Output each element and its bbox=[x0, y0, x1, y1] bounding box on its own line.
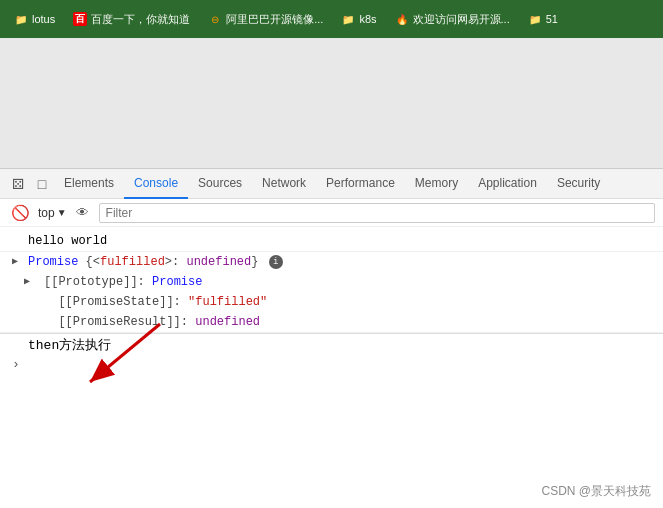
expand-icon[interactable]: ▶ bbox=[8, 253, 22, 271]
tab-application[interactable]: Application bbox=[468, 169, 547, 199]
netease-icon: 🔥 bbox=[395, 12, 409, 26]
device-mode-button[interactable]: □ bbox=[30, 172, 54, 196]
tab-network[interactable]: Network bbox=[252, 169, 316, 199]
tab-memory[interactable]: Memory bbox=[405, 169, 468, 199]
red-arrow bbox=[60, 314, 180, 404]
tab-k8s-label: k8s bbox=[359, 13, 376, 25]
context-selector[interactable]: top ▼ bbox=[38, 206, 67, 220]
browser-content-area bbox=[0, 38, 663, 168]
tab-sources[interactable]: Sources bbox=[188, 169, 252, 199]
devtools-tabs: Elements Console Sources Network Perform… bbox=[54, 169, 657, 199]
prompt-chevron: › bbox=[12, 357, 20, 372]
tab-lotus-label: lotus bbox=[32, 13, 55, 25]
browser-tab-bar: 📁 lotus 百 百度一下，你就知道 ⊖ 阿里巴巴开源镜像... 📁 k8s … bbox=[0, 0, 663, 38]
eye-icon[interactable]: 👁 bbox=[73, 203, 93, 223]
tab-performance[interactable]: Performance bbox=[316, 169, 405, 199]
console-output: hello world ▶ Promise {<fulfilled>: unde… bbox=[0, 227, 663, 508]
info-badge: i bbox=[269, 255, 283, 269]
inspect-element-button[interactable]: ⚄ bbox=[6, 172, 30, 196]
tab-baidu[interactable]: 百 百度一下，你就知道 bbox=[67, 10, 196, 29]
tab-lotus[interactable]: 📁 lotus bbox=[8, 10, 61, 28]
chevron-down-icon: ▼ bbox=[57, 207, 67, 218]
tab-netease[interactable]: 🔥 欢迎访问网易开源... bbox=[389, 10, 516, 29]
console-promise-prototype: ▶ [[Prototype]]: Promise bbox=[0, 272, 663, 292]
devtools-panel: ⚄ □ Elements Console Sources Network Per… bbox=[0, 168, 663, 508]
alibaba-icon: ⊖ bbox=[208, 12, 222, 26]
console-line-then: then方法执行 bbox=[0, 333, 663, 356]
folder-icon: 📁 bbox=[14, 12, 28, 26]
tab-console[interactable]: Console bbox=[124, 169, 188, 199]
csdn-watermark: CSDN @景天科技苑 bbox=[541, 483, 651, 500]
clear-console-button[interactable]: 🚫 bbox=[8, 201, 32, 225]
expand-prototype-icon[interactable]: ▶ bbox=[20, 273, 34, 291]
tab-elements[interactable]: Elements bbox=[54, 169, 124, 199]
context-label: top bbox=[38, 206, 55, 220]
k8s-folder-icon: 📁 bbox=[341, 12, 355, 26]
tab-baidu-label: 百度一下，你就知道 bbox=[91, 12, 190, 27]
tab-k8s[interactable]: 📁 k8s bbox=[335, 10, 382, 28]
baidu-icon: 百 bbox=[73, 12, 87, 26]
tab-netease-label: 欢迎访问网易开源... bbox=[413, 12, 510, 27]
console-line-hello: hello world bbox=[0, 231, 663, 252]
console-promise-state: [[PromiseState]]: "fulfilled" bbox=[0, 292, 663, 312]
tab-51[interactable]: 📁 51 bbox=[522, 10, 564, 28]
tab-51-label: 51 bbox=[546, 13, 558, 25]
svg-line-1 bbox=[90, 324, 160, 382]
hello-world-text: hello world bbox=[28, 234, 107, 248]
tab-51-icon: 📁 bbox=[528, 12, 542, 26]
tab-security[interactable]: Security bbox=[547, 169, 610, 199]
console-line-promise: ▶ Promise {<fulfilled>: undefined} i bbox=[0, 252, 663, 272]
console-toolbar: 🚫 top ▼ 👁 bbox=[0, 199, 663, 227]
tab-alibaba-label: 阿里巴巴开源镜像... bbox=[226, 12, 323, 27]
tab-alibaba[interactable]: ⊖ 阿里巴巴开源镜像... bbox=[202, 10, 329, 29]
console-filter-input[interactable] bbox=[99, 203, 655, 223]
devtools-toolbar: ⚄ □ Elements Console Sources Network Per… bbox=[0, 169, 663, 199]
